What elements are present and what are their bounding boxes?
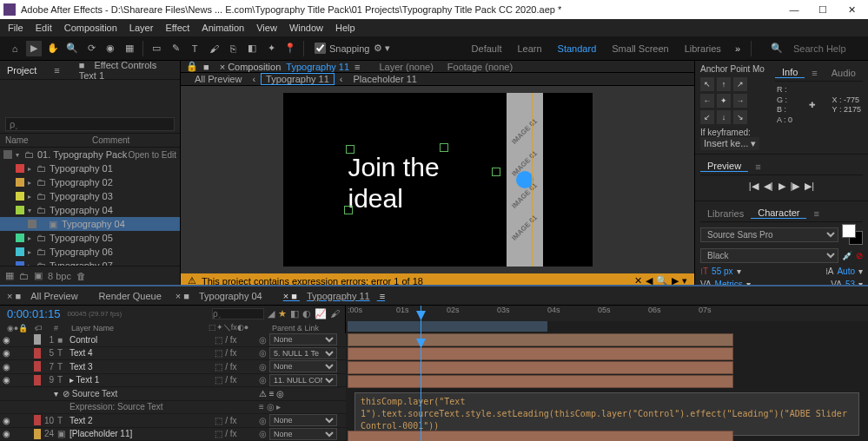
project-item[interactable]: ▸🗀Typography 02 — [0, 175, 180, 189]
bpc-label[interactable]: 8 bpc — [48, 271, 71, 281]
visibility-toggle[interactable]: ◉ — [0, 416, 12, 425]
eraser-tool[interactable]: ◧ — [244, 41, 260, 56]
crumb-active[interactable]: Typography 11 — [261, 73, 335, 85]
tl-tab-typography-11[interactable]: × ■ Typography 11 ≡ — [276, 291, 392, 301]
visibility-toggle[interactable]: ◉ — [0, 362, 12, 372]
brush-tool[interactable]: 🖌 — [206, 41, 222, 56]
minimize-button[interactable]: — — [781, 4, 807, 15]
menu-effect[interactable]: Effect — [159, 23, 195, 33]
home-tool[interactable]: ⌂ — [7, 41, 23, 56]
crumb-all-preview[interactable]: All Preview — [189, 74, 247, 84]
eyedropper-icon[interactable]: 💉 — [842, 251, 852, 260]
libraries-tab[interactable]: Libraries — [700, 208, 751, 219]
error-close-icon[interactable]: ✕ — [634, 275, 642, 285]
workspace-default[interactable]: Default — [465, 42, 509, 56]
panel-menu-icon[interactable]: ≡ — [47, 65, 66, 76]
font-size-value[interactable]: 55 px — [712, 267, 732, 276]
tl-tab-render-queue[interactable]: Render Queue — [92, 291, 169, 301]
tl-tab-typography-04[interactable]: × ■ Typography 04 — [169, 291, 276, 301]
col-parent[interactable]: Parent & Link — [272, 324, 345, 332]
info-tab[interactable]: Info — [775, 67, 805, 78]
visibility-toggle[interactable]: ◉ — [0, 429, 12, 438]
switches-col[interactable]: ⬚✦＼fx◐● — [195, 322, 262, 333]
project-item[interactable]: ▸🗀Typography 05 — [0, 231, 180, 245]
font-family-dropdown[interactable]: Source Sans Pro — [700, 227, 838, 242]
prev-frame-icon[interactable]: ◀| — [764, 181, 773, 192]
visibility-toggle[interactable]: ◉ — [0, 335, 12, 345]
selection-handle[interactable] — [492, 168, 500, 176]
roto-tool[interactable]: ✦ — [263, 41, 279, 56]
type-tool[interactable]: T — [187, 41, 202, 56]
col-name[interactable]: Name — [5, 135, 92, 145]
search-help-input[interactable] — [793, 43, 863, 54]
comp-lock-icon[interactable]: 🔒 — [186, 61, 198, 72]
timeline-search-input[interactable] — [212, 308, 264, 319]
project-item[interactable]: ▸🗀Typography 07 — [0, 259, 180, 266]
play-icon[interactable]: ▶ — [779, 181, 785, 192]
audio-tab[interactable]: Audio — [825, 68, 863, 78]
effect-controls-tab[interactable]: ■ Effect Controls Text 1 — [72, 61, 180, 81]
comp-tab-name[interactable]: Typography 11 — [286, 62, 349, 72]
layer-row[interactable]: ◉24▣[Placeholder 11]⬚ / fx◎None — [0, 428, 346, 442]
project-item[interactable]: ▣Typography 04 — [0, 217, 180, 231]
layer-tab[interactable]: Layer (none) — [379, 62, 433, 72]
current-time[interactable]: 0:00:01:15 — [0, 306, 67, 322]
leading-value[interactable]: Auto — [837, 267, 855, 276]
trash-icon[interactable]: 🗑 — [76, 271, 86, 281]
shape-tool[interactable]: ▭ — [149, 41, 164, 56]
error-next-icon[interactable]: ▶ — [672, 275, 679, 285]
menu-composition[interactable]: Composition — [58, 23, 123, 33]
shy-icon[interactable]: ◢ — [268, 308, 275, 319]
footage-tab[interactable]: Footage (none) — [447, 62, 513, 72]
puppet-tool[interactable]: 📍 — [282, 41, 298, 56]
crumb-placeholder[interactable]: Placeholder 11 — [348, 74, 422, 84]
comp-canvas[interactable]: IMAGE 01 IMAGE 01 IMAGE 01 IMAGE 01 Join… — [283, 93, 593, 267]
maximize-button[interactable]: ☐ — [810, 4, 836, 16]
timeline-bars[interactable]: Typography 11 thisComp.layer("Text 1").t… — [346, 333, 868, 441]
draft-3d-icon[interactable]: ★ — [278, 308, 287, 319]
comp-tab-menu-icon[interactable]: ≡ — [349, 62, 365, 72]
tl-tab-all-preview[interactable]: × ■ All Preview — [0, 291, 92, 301]
next-frame-icon[interactable]: |▶ — [791, 181, 800, 192]
expression-text[interactable]: thisComp.layer("Text 1").text.sourceText… — [354, 392, 859, 436]
workspace-more-icon[interactable]: » — [730, 43, 745, 54]
project-tree[interactable]: ▾🗀01. Typography PackOpen to Edit▸🗀Typog… — [0, 148, 180, 266]
paint-icon[interactable]: 🖌 — [330, 308, 340, 319]
composition-viewer[interactable]: IMAGE 01 IMAGE 01 IMAGE 01 IMAGE 01 Join… — [181, 86, 694, 273]
fill-stroke-swatch[interactable] — [842, 224, 863, 245]
layer-outline[interactable]: ◉1■Control⬚ / fx◎None◉5TText 4⬚ / fx◎5. … — [0, 333, 346, 441]
project-item[interactable]: ▸🗀Typography 01 — [0, 161, 180, 175]
layer-row[interactable]: ◉10TText 2⬚ / fx◎None — [0, 414, 346, 428]
selection-handle[interactable] — [344, 206, 353, 214]
preview-tab[interactable]: Preview — [700, 161, 748, 172]
col-layer-name[interactable]: Layer Name — [68, 324, 195, 332]
orbit-tool[interactable]: ⟳ — [83, 41, 99, 56]
selection-handle[interactable] — [346, 145, 354, 154]
zoom-tool[interactable]: 🔍 — [64, 41, 80, 56]
panel-menu-icon[interactable]: ≡ — [805, 68, 824, 78]
menu-help[interactable]: Help — [329, 23, 361, 33]
error-prev-icon[interactable]: ◀ — [646, 275, 653, 285]
project-item[interactable]: ▾🗀Typography 04 — [0, 203, 180, 217]
av-col-icon[interactable]: ◉●🔒 — [0, 324, 35, 332]
frame-blend-icon[interactable]: ◧ — [290, 308, 299, 319]
workspace-standard[interactable]: Standard — [551, 42, 604, 56]
menu-animation[interactable]: Animation — [195, 23, 250, 33]
menu-window[interactable]: Window — [283, 23, 329, 33]
last-frame-icon[interactable]: ▶| — [805, 181, 814, 192]
workspace-small-screen[interactable]: Small Screen — [605, 42, 675, 56]
rotate-tool[interactable]: ◉ — [103, 41, 118, 56]
selection-handle[interactable] — [440, 143, 448, 152]
workspace-learn[interactable]: Learn — [510, 42, 548, 56]
hand-tool[interactable]: ✋ — [45, 41, 61, 56]
interpret-footage-icon[interactable]: ▦ — [5, 270, 14, 281]
workspace-libraries[interactable]: Libraries — [678, 42, 728, 56]
project-tab[interactable]: Project — [0, 65, 43, 76]
new-comp-icon[interactable]: ▣ — [34, 270, 43, 281]
new-folder-icon[interactable]: 🗀 — [19, 271, 29, 281]
project-item[interactable]: ▾🗀01. Typography PackOpen to Edit — [0, 148, 180, 161]
motion-blur-icon[interactable]: ◐ — [302, 308, 311, 319]
project-item[interactable]: ▸🗀Typography 03 — [0, 189, 180, 203]
search-help[interactable]: 🔍 — [764, 41, 863, 56]
layer-row[interactable]: ◉9T▸ Text 1⬚ / fx◎11. NULL CON — [0, 374, 346, 388]
